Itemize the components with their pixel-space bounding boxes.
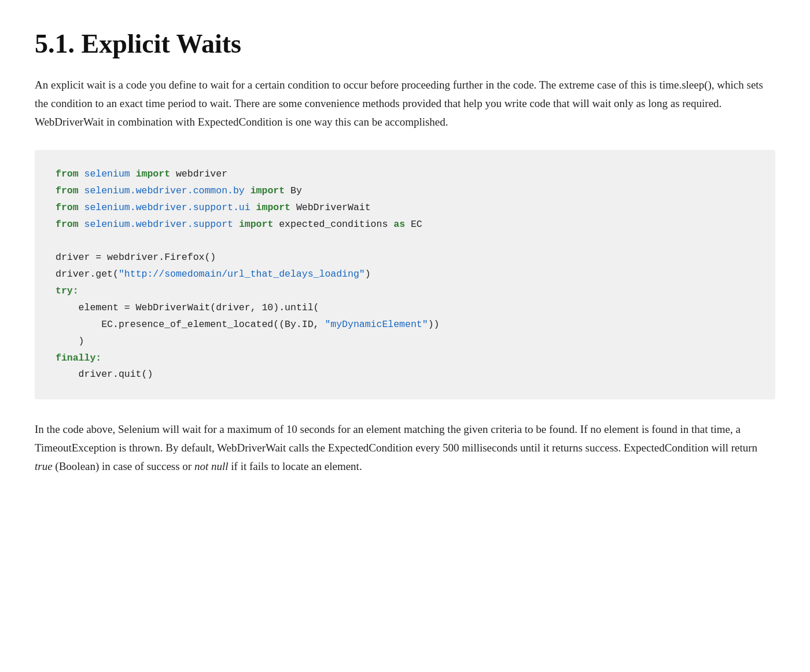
outro-paragraph: In the code above, Selenium will wait fo… bbox=[35, 420, 775, 476]
intro-paragraph: An explicit wait is a code you define to… bbox=[35, 76, 775, 131]
code-block: from selenium import webdriver from sele… bbox=[35, 150, 775, 399]
page-title: 5.1. Explicit Waits bbox=[35, 28, 775, 60]
